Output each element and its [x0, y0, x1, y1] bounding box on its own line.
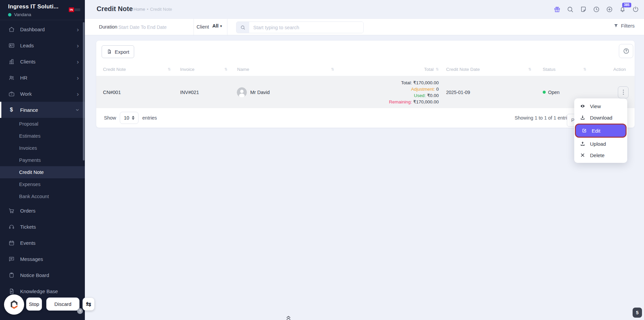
subitem-label: Bank Account: [19, 194, 49, 199]
row-actions-dropdown: View Download Edit Upload Delete: [574, 98, 627, 163]
calendar-icon: [8, 239, 15, 246]
sidebar-subitem-invoices[interactable]: Invoices: [0, 142, 85, 154]
upload-icon: [580, 141, 585, 146]
sidebar-item-tickets[interactable]: Tickets: [0, 219, 85, 235]
sort-icon[interactable]: ⇅: [168, 67, 171, 72]
sidebar-item-orders[interactable]: Orders: [0, 202, 85, 219]
sort-icon[interactable]: ⇅: [528, 67, 531, 72]
finance-submenu: Proposal Estimates Invoices Payments Cre…: [0, 118, 85, 202]
sidebar-item-clients[interactable]: Clients ›: [0, 53, 85, 70]
filters-button[interactable]: Filters: [613, 23, 635, 29]
breadcrumb-current: Credit Note: [150, 7, 172, 12]
subitem-label: Proposal: [19, 121, 38, 127]
total-cell: Total: ₹170,000.00 Adjustment: 0 Used: ₹…: [357, 80, 439, 105]
invoice-cell: INV#021: [173, 90, 232, 95]
divider: [227, 19, 227, 36]
column-header: Name: [237, 67, 249, 72]
menu-item-download[interactable]: Download: [574, 112, 627, 123]
chevron-right-icon: ›: [77, 58, 79, 65]
credit-note-date-cell: 2025-01-09: [439, 90, 533, 95]
hr-users-icon: [8, 74, 15, 81]
sidebar-subitem-estimates[interactable]: Estimates: [0, 130, 85, 142]
help-button[interactable]: [619, 44, 633, 58]
client-select[interactable]: All ▾: [212, 23, 222, 29]
menu-item-edit[interactable]: Edit: [575, 124, 627, 138]
search-icon[interactable]: [567, 6, 574, 13]
row-actions-menu-button[interactable]: [618, 86, 629, 98]
pagination-summary: Showing 1 to 1 of 1 entries: [515, 115, 572, 121]
divider: [194, 19, 194, 36]
sidebar-scrollbar[interactable]: [83, 22, 85, 161]
column-header: Credit Note: [103, 67, 126, 72]
menu-item-label: Upload: [590, 141, 606, 147]
company-logo: IN: [69, 7, 80, 12]
stop-button[interactable]: Stop: [26, 298, 42, 311]
gift-icon[interactable]: [553, 6, 561, 13]
pagination-bar: Show 10 entries Showing 1 to 1 of 1 entr…: [96, 108, 635, 128]
logout-power-icon[interactable]: [632, 6, 639, 13]
add-icon[interactable]: [606, 6, 613, 13]
x-icon: [580, 152, 585, 158]
sort-icon[interactable]: ⇅: [583, 67, 586, 72]
sidebar-item-leads[interactable]: Leads ›: [0, 37, 85, 53]
assistant-logo-button[interactable]: [4, 294, 24, 315]
chevron-right-icon: ›: [77, 26, 79, 33]
credit-note-cell: CN#001: [96, 90, 173, 95]
sidebar-item-label: Work: [20, 91, 77, 97]
help-bubble[interactable]: ?: [77, 308, 83, 314]
topbar: Credit Note Home•Credit Note 385: [85, 0, 644, 18]
app-root: Ingress IT Soluti... IN Vandana Dashboar…: [0, 0, 644, 320]
sidebar-item-label: Leads: [20, 43, 77, 48]
home-icon: [8, 26, 15, 33]
subitem-label: Estimates: [19, 133, 41, 139]
sidebar-item-work[interactable]: Work ›: [0, 86, 85, 102]
sidebar-subitem-bank-account[interactable]: Bank Account: [0, 190, 85, 202]
column-header: Total: [424, 67, 434, 72]
sidebar-item-hr[interactable]: HR ›: [0, 70, 85, 86]
sidebar-subitem-expenses[interactable]: Expenses: [0, 178, 85, 190]
sidebar-item-events[interactable]: Events: [0, 235, 85, 251]
sidebar-subitem-proposal[interactable]: Proposal: [0, 118, 85, 130]
sidebar-item-label: Clients: [20, 59, 77, 64]
headset-icon: [8, 223, 15, 230]
duration-date-range-input[interactable]: [118, 23, 189, 32]
swap-arrows-button[interactable]: ⇆: [83, 298, 95, 311]
notifications-bell-icon[interactable]: 385: [619, 6, 626, 13]
used-value: ₹0.00: [427, 93, 439, 98]
sidebar-subitem-credit-note[interactable]: Credit Note: [0, 166, 85, 178]
sidebar-item-label: Messages: [20, 256, 79, 262]
sort-icon[interactable]: ⇅: [224, 67, 227, 72]
sidebar-item-dashboard[interactable]: Dashboard ›: [0, 21, 85, 37]
search-input[interactable]: [249, 22, 363, 33]
clients-building-icon: [8, 58, 15, 65]
sidebar-subitem-payments[interactable]: Payments: [0, 154, 85, 166]
caret-down-icon: ▾: [220, 24, 222, 28]
adjustment-value: 0: [436, 87, 439, 92]
sidebar-item-label: Knowledge Base: [20, 288, 79, 294]
export-button[interactable]: Export: [102, 45, 134, 58]
notes-icon[interactable]: [580, 6, 587, 13]
page-number-badge: 5: [633, 308, 642, 318]
sidebar-item-notice-board[interactable]: Notice Board: [0, 267, 85, 283]
status-cell: Open: [533, 90, 594, 95]
menu-item-upload[interactable]: Upload: [574, 138, 627, 149]
show-label: Show: [104, 115, 116, 121]
sidebar-header: Ingress IT Soluti... IN Vandana: [0, 0, 85, 20]
sort-icon[interactable]: ⇅: [436, 67, 439, 72]
sidebar-item-finance[interactable]: $ Finance ›: [0, 102, 85, 118]
history-clock-icon[interactable]: [593, 6, 600, 13]
search-icon: [236, 22, 249, 33]
menu-item-label: Edit: [592, 128, 600, 134]
subitem-label: Expenses: [19, 182, 41, 187]
menu-item-delete[interactable]: Delete: [574, 149, 627, 161]
menu-item-view[interactable]: View: [574, 100, 627, 112]
sort-icon[interactable]: ⇅: [331, 67, 334, 72]
page-size-value: 10: [124, 115, 129, 121]
breadcrumb-home[interactable]: Home: [133, 7, 145, 12]
sidebar-item-messages[interactable]: Messages: [0, 251, 85, 267]
sidebar-item-label: Notice Board: [20, 272, 79, 278]
company-logo-mark: IN: [69, 7, 74, 12]
sidebar-item-label: Finance: [20, 107, 77, 113]
discard-button[interactable]: Discard: [46, 298, 79, 311]
page-size-select[interactable]: 10: [120, 112, 139, 124]
